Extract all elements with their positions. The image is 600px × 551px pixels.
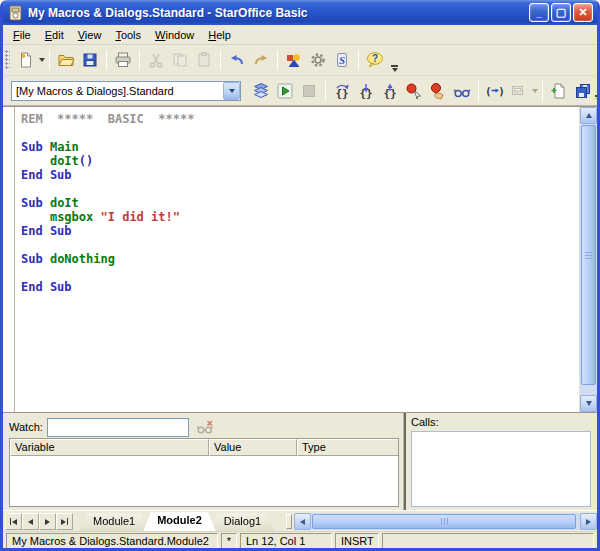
undo-icon bbox=[228, 51, 246, 69]
stop-button[interactable] bbox=[297, 79, 321, 103]
toolbar-separator bbox=[542, 81, 543, 101]
menu-edit[interactable]: Edit bbox=[38, 27, 71, 43]
previous-tab-button[interactable] bbox=[22, 513, 39, 530]
status-insert-mode[interactable]: INSRT bbox=[335, 533, 379, 549]
statusbar: My Macros & Dialogs.Standard.Module2 * L… bbox=[3, 531, 597, 549]
find-parentheses-button[interactable]: ( ) bbox=[483, 79, 507, 103]
combobox-dropdown-button[interactable] bbox=[223, 82, 240, 100]
next-tab-button[interactable] bbox=[39, 513, 56, 530]
scroll-down-button[interactable] bbox=[580, 395, 597, 412]
print-button[interactable] bbox=[111, 48, 135, 72]
scroll-left-button[interactable] bbox=[294, 513, 311, 530]
close-button[interactable]: ✕ bbox=[573, 3, 593, 22]
code-line: End Sub bbox=[21, 224, 579, 238]
watch-list[interactable] bbox=[10, 456, 398, 506]
svg-text:S: S bbox=[339, 54, 345, 66]
toolbar-overflow-button[interactable] bbox=[595, 95, 600, 102]
toolbar-separator bbox=[49, 50, 50, 70]
new-document-button[interactable] bbox=[14, 48, 38, 72]
vertical-scrollbar[interactable] bbox=[579, 107, 597, 412]
paste-button[interactable] bbox=[192, 48, 216, 72]
enable-watch-button[interactable] bbox=[450, 79, 474, 103]
code-line: End Sub bbox=[21, 280, 579, 294]
code-area[interactable]: REM ***** BASIC ***** Sub Main doIt()End… bbox=[15, 107, 579, 412]
copy-button[interactable] bbox=[168, 48, 192, 72]
svg-text:{}: {} bbox=[335, 86, 348, 99]
find-parentheses-icon: ( ) bbox=[486, 82, 504, 100]
undo-button[interactable] bbox=[225, 48, 249, 72]
horizontal-scroll-track[interactable] bbox=[311, 513, 580, 530]
insert-controls-dropdown-arrow[interactable] bbox=[532, 89, 538, 93]
macros-button[interactable]: S bbox=[330, 48, 354, 72]
step-over-button[interactable]: {} bbox=[330, 79, 354, 103]
arrow-left-icon bbox=[300, 519, 305, 525]
arrow-up-icon bbox=[586, 113, 592, 118]
menu-file[interactable]: File bbox=[6, 27, 38, 43]
vertical-scroll-thumb[interactable] bbox=[581, 125, 596, 385]
library-combobox[interactable]: [My Macros & Dialogs].Standard bbox=[11, 81, 241, 101]
status-cursor-position: Ln 12, Col 1 bbox=[240, 533, 332, 549]
watch-panel: Watch: VariableValueType bbox=[3, 413, 403, 510]
gallery-button[interactable] bbox=[282, 48, 306, 72]
last-tab-button[interactable] bbox=[56, 513, 73, 530]
save-source-as-button[interactable] bbox=[571, 79, 595, 103]
calls-list[interactable] bbox=[411, 431, 591, 507]
toolbar-separator bbox=[106, 50, 107, 70]
stop-icon bbox=[300, 82, 318, 100]
watch-column-type[interactable]: Type bbox=[297, 439, 398, 456]
code-line: msgbox "I did it!" bbox=[21, 210, 579, 224]
menu-window[interactable]: Window bbox=[148, 27, 201, 43]
toolbar-overflow-button[interactable] bbox=[391, 65, 398, 72]
horizontal-scroll-thumb[interactable] bbox=[312, 514, 576, 529]
cut-button[interactable] bbox=[144, 48, 168, 72]
help-button[interactable]: ? bbox=[363, 48, 387, 72]
svg-text:( ): ( ) bbox=[486, 85, 504, 98]
insert-source-text-button[interactable] bbox=[547, 79, 571, 103]
run-button[interactable] bbox=[273, 79, 297, 103]
insert-controls-button[interactable] bbox=[507, 79, 531, 103]
horizontal-scrollbar[interactable] bbox=[294, 513, 597, 530]
scroll-right-button[interactable] bbox=[580, 513, 597, 530]
tabbar-splitter[interactable] bbox=[286, 514, 292, 529]
watch-column-value[interactable]: Value bbox=[209, 439, 297, 456]
compile-button[interactable] bbox=[249, 79, 273, 103]
chevron-down-icon bbox=[596, 98, 600, 102]
settings-button[interactable] bbox=[306, 48, 330, 72]
step-out-button[interactable]: {} bbox=[378, 79, 402, 103]
titlebar[interactable]: My Macros & Dialogs.Standard - StarOffic… bbox=[3, 0, 597, 25]
scroll-up-button[interactable] bbox=[580, 107, 597, 124]
menu-tools[interactable]: Tools bbox=[108, 27, 148, 43]
watch-column-variable[interactable]: Variable bbox=[10, 439, 209, 456]
paste-icon bbox=[195, 51, 213, 69]
tab-module1[interactable]: Module1 bbox=[79, 513, 149, 531]
toolbar-separator bbox=[358, 50, 359, 70]
calls-panel: Calls: bbox=[406, 413, 597, 510]
code-editor: REM ***** BASIC ***** Sub Main doIt()End… bbox=[3, 106, 597, 412]
first-tab-button[interactable] bbox=[5, 513, 22, 530]
next-icon bbox=[45, 519, 50, 525]
open-button[interactable] bbox=[54, 48, 78, 72]
code-line bbox=[21, 266, 579, 280]
tab-dialog1[interactable]: Dialog1 bbox=[210, 513, 275, 531]
vertical-scroll-track[interactable] bbox=[580, 124, 597, 395]
step-into-button[interactable]: {} bbox=[354, 79, 378, 103]
watch-input[interactable] bbox=[47, 418, 189, 437]
remove-watch-button[interactable] bbox=[193, 416, 217, 438]
save-button[interactable] bbox=[78, 48, 102, 72]
staroffice-basic-window: My Macros & Dialogs.Standard - StarOffic… bbox=[0, 0, 600, 551]
toolbar-grip[interactable] bbox=[5, 50, 10, 70]
toolbar-separator bbox=[277, 50, 278, 70]
toolbar-separator bbox=[139, 50, 140, 70]
menu-view[interactable]: View bbox=[71, 27, 109, 43]
menu-help[interactable]: Help bbox=[201, 27, 238, 43]
manage-breakpoints-button[interactable] bbox=[426, 79, 450, 103]
breakpoint-button[interactable] bbox=[402, 79, 426, 103]
tab-module2[interactable]: Module2 bbox=[143, 512, 216, 531]
maximize-button[interactable]: ▢ bbox=[551, 3, 571, 22]
new-document-dropdown-arrow[interactable] bbox=[39, 58, 45, 62]
redo-button[interactable] bbox=[249, 48, 273, 72]
code-line bbox=[21, 238, 579, 252]
minimize-button[interactable]: _ bbox=[529, 3, 549, 22]
toolbar-macro: [My Macros & Dialogs].Standard {}{}{}( ) bbox=[3, 76, 597, 106]
breakpoint-margin[interactable] bbox=[3, 107, 15, 412]
